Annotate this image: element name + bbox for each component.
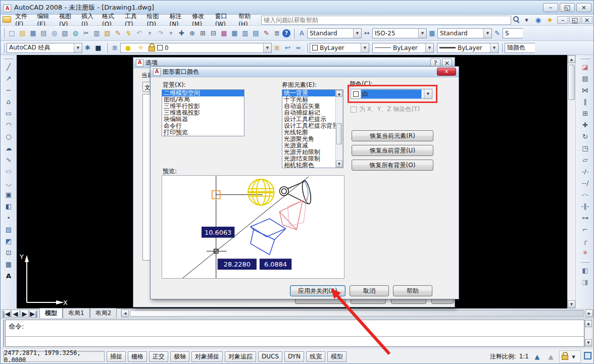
sheet-set-manager-icon[interactable]: ▤ (251, 28, 261, 38)
insert-block-icon[interactable]: ▣ (4, 189, 14, 200)
text-style-icon[interactable]: A (296, 28, 307, 38)
close-icon[interactable]: × (579, 2, 589, 13)
combo-dropdown[interactable]: ▼ (425, 43, 433, 53)
list-item[interactable]: 相机轮廓色 (282, 162, 335, 168)
cancel-button[interactable]: 取消 (350, 285, 389, 296)
gradient-icon[interactable]: ◩ (4, 235, 14, 247)
help-button[interactable]: 帮助 (393, 285, 432, 296)
interface-element-list[interactable]: 统一背景 十字光标 自动追踪矢量 自动捕捉标记 设计工具栏提示 设计工具栏提示背… (282, 89, 343, 168)
zoom-previous-icon[interactable]: ⊟ (208, 28, 219, 38)
lock-icon[interactable] (561, 352, 568, 359)
cut-icon[interactable]: ✂ (81, 28, 91, 38)
combo-dropdown[interactable]: ▼ (74, 43, 82, 53)
tool-palettes-icon[interactable]: ▥ (240, 28, 251, 38)
break-at-point-icon[interactable]: -·- (580, 189, 590, 200)
combo-dropdown[interactable]: ▼ (483, 29, 491, 38)
annotation-autoscale-icon[interactable]: ▲ (546, 351, 556, 362)
dim-style-icon[interactable]: ↔ (362, 28, 372, 38)
colors-dialog-titlebar[interactable]: A 图形窗口颜色 × (151, 67, 459, 77)
mdi-close-button[interactable]: × (581, 16, 592, 24)
restore-button[interactable]: ◱ (560, 3, 575, 12)
restore-icon[interactable]: ◱ (562, 2, 573, 13)
favorites-star-icon[interactable]: ★ (544, 15, 555, 25)
toggle-lineweight[interactable]: 线宽 (306, 351, 325, 362)
table-style-combo[interactable]: Standard ▼ (437, 28, 492, 38)
toggle-osnap[interactable]: 对象捕捉 (191, 351, 223, 362)
lineweight-combo[interactable]: ByLayer ▼ (437, 43, 499, 53)
toolbar-grip[interactable] (4, 57, 13, 59)
combo-dropdown[interactable]: ▼ (424, 89, 432, 98)
minimize-button[interactable]: – (543, 3, 558, 12)
clean-screen-icon[interactable] (584, 352, 591, 359)
toolbar-lock-button[interactable]: ▾ (559, 350, 581, 363)
combo-dropdown[interactable]: ▼ (361, 43, 369, 53)
command-scrollbar[interactable]: ▲ ▼ (584, 320, 592, 347)
annotation-scale-value[interactable]: 1:1 (519, 353, 529, 360)
toolbar-grip[interactable] (581, 57, 590, 59)
restore-current-context-button[interactable]: 恢复当前背景(U) (352, 145, 433, 156)
properties-palette-icon[interactable]: ▩ (219, 28, 229, 38)
rectangle-icon[interactable]: ▭ (4, 108, 14, 119)
colors-dialog-close-button[interactable]: × (437, 68, 456, 76)
line-icon[interactable]: ╱ (4, 61, 14, 73)
undo-icon[interactable]: ↶ (134, 28, 144, 38)
scrollbar-thumb[interactable] (568, 65, 575, 100)
search-icon[interactable] (512, 15, 520, 23)
toggle-polar[interactable]: 极轴 (170, 351, 189, 362)
toolbar-grip[interactable] (306, 43, 308, 53)
quickcalc-icon[interactable]: ≣ (272, 28, 282, 38)
mtext-icon[interactable]: A (4, 270, 14, 282)
ellipse-icon[interactable]: ○ (4, 168, 14, 175)
trim-icon[interactable]: -/- (580, 166, 590, 177)
tab-previous-button[interactable]: ◀ (11, 309, 20, 318)
bring-to-front-icon[interactable]: ◧ (580, 265, 590, 276)
minimize-icon[interactable]: – (546, 2, 556, 13)
hatch-icon[interactable]: ▨ (4, 224, 14, 235)
mleader-style-combo[interactable]: S (503, 28, 523, 38)
scroll-up-button[interactable]: ▲ (585, 320, 592, 327)
toggle-otrack[interactable]: 对象追踪 (225, 351, 256, 362)
ellipse-arc-icon[interactable]: ◡ (4, 177, 14, 189)
tab-layout1[interactable]: 布局1 (63, 308, 90, 318)
plot-style-combo[interactable]: 随颜色 (505, 43, 535, 53)
tab-first-button[interactable]: |◀ (2, 309, 11, 318)
restore-all-contexts-button[interactable]: 恢复所有背景(O) (352, 160, 433, 171)
move-icon[interactable]: ✚ (580, 119, 590, 131)
stretch-icon[interactable]: ▱ (580, 154, 590, 166)
command-window-grip[interactable] (2, 320, 4, 347)
tab-next-button[interactable]: ▶ (20, 309, 29, 318)
mirror-icon[interactable]: ⋈ (580, 84, 590, 96)
scrollbar-thumb[interactable] (336, 123, 342, 144)
tint-axes-checkbox[interactable]: 为 X、Y、Z 轴染色(T) (351, 105, 420, 114)
layer-states-manager-icon[interactable]: ≈ (293, 42, 304, 53)
toggle-dyn[interactable]: DYN (284, 351, 304, 362)
break-icon[interactable]: -‖- (580, 200, 590, 212)
polyline-icon[interactable]: ∽ (4, 84, 14, 96)
paste-icon[interactable]: ▧ (102, 28, 113, 38)
polygon-icon[interactable]: ⌂ (4, 96, 14, 108)
copy-object-icon[interactable]: ▤ (580, 73, 590, 84)
scroll-right-button[interactable]: ▶ (585, 309, 593, 317)
table-icon[interactable]: ▦ (4, 258, 14, 270)
toggle-ducs[interactable]: DUCS (258, 351, 282, 362)
match-properties-icon[interactable]: ✎ (113, 28, 123, 38)
make-block-icon[interactable]: ◧ (4, 200, 14, 212)
open-icon[interactable]: ▤ (17, 28, 28, 38)
scale-icon[interactable]: ◳ (580, 142, 590, 154)
send-to-back-icon[interactable]: ◨ (580, 276, 590, 288)
tab-layout2[interactable]: 布局2 (90, 308, 117, 318)
3d-dwf-icon[interactable]: ◍ (70, 28, 81, 38)
checkbox-icon[interactable] (351, 107, 357, 113)
region-icon[interactable]: ⊡ (4, 247, 14, 258)
new-icon[interactable]: □ (7, 28, 17, 38)
combo-dropdown[interactable]: ▼ (353, 29, 361, 38)
mdi-minimize-button[interactable]: – (557, 16, 568, 24)
extend-icon[interactable]: --/ (580, 177, 590, 189)
toolbar-grip[interactable] (106, 43, 108, 53)
lock-dropdown-icon[interactable]: ▾ (568, 351, 579, 362)
erase-icon[interactable]: ◪ (580, 61, 590, 73)
circle-icon[interactable]: ○ (4, 131, 14, 142)
scroll-left-button[interactable]: ◀ (121, 309, 129, 317)
linetype-combo[interactable]: ByLayer ▼ (372, 43, 434, 53)
scroll-up-button[interactable]: ▲ (336, 90, 342, 97)
